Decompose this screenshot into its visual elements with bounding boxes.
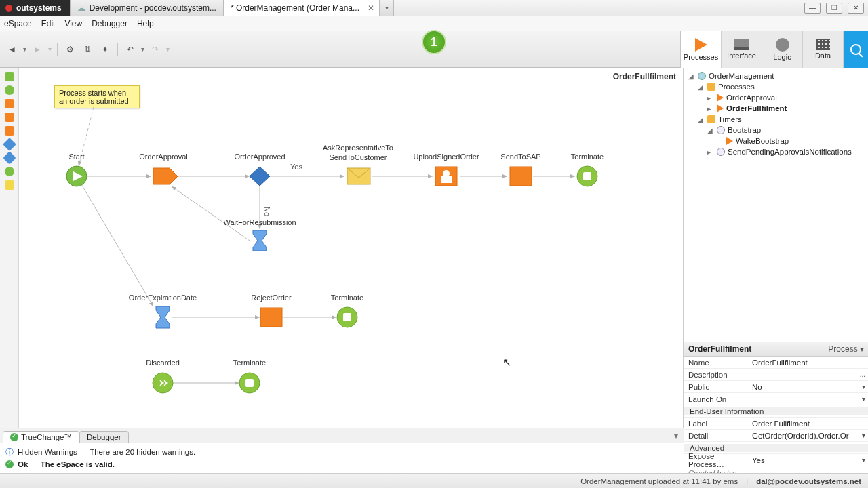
- tool-start-icon[interactable]: [5, 72, 14, 81]
- tool-activity-icon[interactable]: [5, 113, 14, 122]
- merge-icon[interactable]: ⇅: [81, 43, 94, 56]
- minimize-button[interactable]: —: [804, 3, 821, 14]
- publish-badge[interactable]: 1: [422, 30, 446, 54]
- check-icon: [10, 433, 18, 441]
- tool-comment-icon[interactable]: [5, 180, 14, 190]
- tree-label: WakeBootstrap: [736, 137, 789, 145]
- canvas-svg: Yes No Start OrderApproval OrderApproved: [19, 68, 683, 488]
- chevron-down-icon[interactable]: ▾: [862, 432, 865, 439]
- clock-icon: [717, 148, 725, 156]
- tree-row[interactable]: ◢Processes: [688, 81, 864, 92]
- action-icon: [726, 137, 733, 145]
- prop-row[interactable]: Expose Process…Yes▾: [684, 454, 868, 466]
- tree-row-selected[interactable]: ▸OrderFullfilment: [688, 103, 864, 114]
- prop-row[interactable]: DetailGetOrder(OrderId).Order.Or▾: [684, 430, 868, 442]
- tree-label: Bootstrap: [728, 126, 761, 134]
- tab-truechange[interactable]: TrueChange™: [3, 431, 79, 443]
- prop-row[interactable]: Launch On▾: [684, 393, 868, 405]
- tool-decision-icon[interactable]: [3, 151, 16, 165]
- edge-no: No: [263, 207, 271, 216]
- svg-rect-26: [245, 379, 254, 387]
- menu-help[interactable]: Help: [137, 19, 154, 28]
- msg-title: Hidden Warnings: [18, 448, 77, 456]
- tool-end-icon[interactable]: [5, 167, 14, 176]
- tab-logic[interactable]: Logic: [762, 31, 803, 68]
- chevron-down-icon[interactable]: ▾: [862, 383, 865, 390]
- tab-ordermanagement[interactable]: * OrderManagement (Order Mana... ✕: [224, 0, 380, 16]
- bottom-tabs: TrueChange™ Debugger ▾: [0, 428, 684, 443]
- close-tab-icon[interactable]: ✕: [368, 3, 374, 13]
- tab-interface[interactable]: Interface: [722, 31, 762, 68]
- prop-kind-dropdown[interactable]: Process ▾: [828, 344, 864, 354]
- right-panel: ◢OrderManagement ◢Processes ▸OrderApprov…: [684, 68, 868, 488]
- tool-conditional-start-icon[interactable]: [5, 85, 14, 95]
- message-row[interactable]: ⓘHidden Warnings There are 20 hidden war…: [5, 446, 678, 458]
- status-uploaded: OrderManagement uploaded at 11:41 by ems: [580, 477, 738, 485]
- tab-label: Development - pocdev.outsystem...: [90, 3, 216, 13]
- prop-value: OrderFullfilment: [752, 359, 808, 367]
- menu-edit[interactable]: Edit: [41, 19, 56, 28]
- node-label: UploadSignedOrder: [413, 152, 479, 161]
- gear-icon[interactable]: ⚙: [63, 43, 77, 56]
- edge-yes: Yes: [290, 163, 302, 171]
- tab-label: outsystems: [16, 3, 62, 13]
- menu-espace[interactable]: eSpace: [4, 19, 32, 28]
- tool-email-icon[interactable]: [5, 126, 14, 136]
- tree-row[interactable]: ▸OrderApproval: [688, 92, 864, 103]
- outsystems-logo-icon: [5, 5, 12, 12]
- tab-debugger[interactable]: Debugger: [79, 431, 129, 443]
- tab-development[interactable]: ☁ Development - pocdev.outsystem...: [71, 0, 224, 16]
- node-label: SendToSAP: [500, 152, 540, 161]
- tool-human-icon[interactable]: [5, 99, 14, 108]
- logic-icon: [776, 38, 789, 52]
- ellipsis-icon[interactable]: ...: [860, 371, 865, 378]
- close-button[interactable]: ✕: [848, 3, 864, 14]
- tree-row[interactable]: ◢Bootstrap: [688, 125, 864, 136]
- msg-text: There are 20 hidden warnings.: [90, 448, 195, 456]
- message-row[interactable]: Ok The eSpace is valid.: [5, 458, 678, 470]
- tool-wait-icon[interactable]: [3, 138, 16, 151]
- prop-section: End-User Information: [684, 405, 868, 418]
- msg-title: Ok: [18, 460, 28, 468]
- module-icon: [698, 72, 706, 80]
- tree-label: OrderManagement: [709, 72, 774, 80]
- tree-label: SendPendingApprovalsNotifications: [728, 148, 852, 156]
- prop-row[interactable]: PublicNo▾: [684, 381, 868, 393]
- tree-label: Processes: [718, 83, 755, 91]
- compare-icon[interactable]: ✦: [98, 43, 112, 56]
- maximize-button[interactable]: ❐: [826, 3, 842, 14]
- prop-row[interactable]: NameOrderFullfilment: [684, 357, 868, 369]
- tree-row[interactable]: ◢OrderManagement: [688, 70, 864, 81]
- search-button[interactable]: [844, 31, 868, 68]
- tab-label: Logic: [773, 53, 791, 61]
- status-user: dal@pocdev.outsystems.net: [756, 477, 861, 485]
- element-tree[interactable]: ◢OrderManagement ◢Processes ▸OrderApprov…: [684, 68, 868, 342]
- tab-label: * OrderManagement (Order Mana...: [231, 3, 359, 13]
- tab-processes[interactable]: Processes: [681, 31, 722, 68]
- tab-dropdown[interactable]: ▾: [380, 0, 394, 16]
- main-area: OrderFullfilment Process starts when an …: [0, 68, 868, 488]
- tab-outsystems[interactable]: outsystems: [0, 0, 71, 16]
- menu-view[interactable]: View: [64, 19, 82, 28]
- undo-button[interactable]: ↶: [123, 43, 137, 56]
- tree-row[interactable]: WakeBootstrap: [688, 136, 864, 146]
- tree-row[interactable]: ◢Timers: [688, 114, 864, 125]
- process-canvas[interactable]: OrderFullfilment Process starts when an …: [19, 68, 684, 488]
- nav-back-button[interactable]: ◄: [5, 43, 19, 56]
- chevron-down-icon[interactable]: ▾: [862, 456, 865, 464]
- clock-icon: [717, 126, 725, 134]
- window-controls: — ❐ ✕: [804, 0, 868, 16]
- nav-forward-button[interactable]: ►: [31, 43, 44, 56]
- chevron-down-icon[interactable]: ▾: [862, 395, 865, 403]
- bottom-panel: TrueChange™ Debugger ▾ ⓘHidden Warnings …: [0, 428, 684, 473]
- redo-button[interactable]: ↷: [149, 43, 162, 56]
- chevron-down-icon[interactable]: ▾: [674, 431, 678, 441]
- tab-data[interactable]: Data: [803, 31, 844, 68]
- node-label: OrderApproval: [139, 152, 188, 161]
- menu-debugger[interactable]: Debugger: [92, 19, 127, 28]
- prop-row[interactable]: LabelOrder Fullfilment: [684, 418, 868, 430]
- prop-value: Order Fullfilment: [752, 420, 810, 428]
- prop-row[interactable]: Description...: [684, 369, 868, 381]
- tab-label: TrueChange™: [21, 433, 72, 441]
- tree-row[interactable]: ▸SendPendingApprovalsNotifications: [688, 146, 864, 157]
